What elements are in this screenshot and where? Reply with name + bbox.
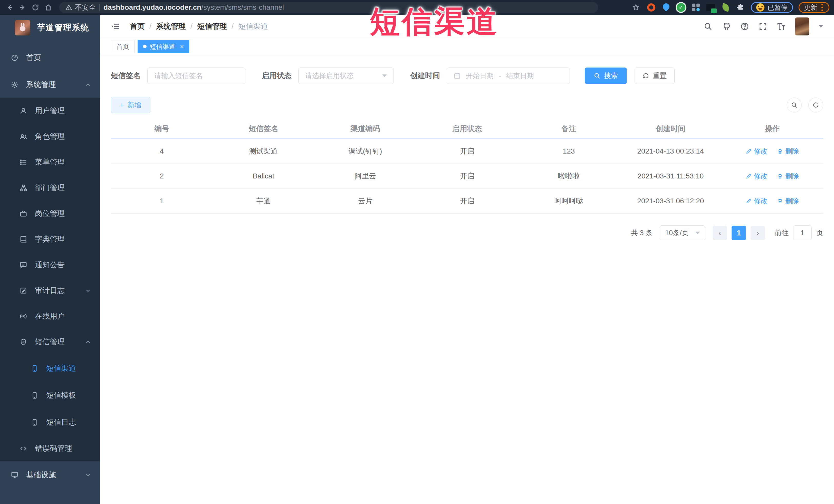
- toggle-search-button[interactable]: [787, 97, 802, 112]
- sign-input-wrap: [147, 67, 245, 84]
- url-path: /system/sms/sms-channel: [201, 3, 284, 11]
- address-bar[interactable]: 不安全 dashboard.yudao.iocoder.cn/system/sm…: [59, 2, 598, 13]
- breadcrumb-current: 短信渠道: [238, 21, 268, 31]
- sidebar-item-dict-mgmt[interactable]: 字典管理: [0, 226, 100, 252]
- font-size-icon[interactable]: [776, 22, 786, 31]
- search-icon[interactable]: [704, 22, 712, 31]
- sidebar-item-error-code-mgmt[interactable]: 错误码管理: [0, 436, 100, 461]
- sidebar-item-system-mgmt[interactable]: 系统管理: [0, 71, 100, 98]
- sidebar-item-sms-log[interactable]: 短信日志: [0, 409, 100, 436]
- refresh-button[interactable]: [808, 97, 823, 112]
- status-label: 启用状态: [262, 71, 292, 81]
- extension-grid-icon[interactable]: [691, 3, 701, 12]
- users-icon: [20, 133, 27, 140]
- browser-actions: ✓ 已暂停 更新: [631, 2, 829, 13]
- sidebar-item-notice[interactable]: 通知公告: [0, 252, 100, 278]
- filter-form: 短信签名 启用状态 请选择启用状态 创建时间 开始日期: [111, 67, 823, 84]
- sidebar-item-online-users[interactable]: 在线用户: [0, 304, 100, 329]
- sidebar-item-sms-template[interactable]: 短信模板: [0, 382, 100, 409]
- next-page-button[interactable]: ›: [751, 226, 765, 240]
- sidebar-item-home[interactable]: 首页: [0, 44, 100, 71]
- shield-icon: [20, 338, 27, 346]
- breadcrumb-home[interactable]: 首页: [130, 21, 145, 31]
- app-title: 芋道管理系统: [37, 22, 89, 34]
- home-icon[interactable]: [43, 2, 53, 13]
- caret-down-icon[interactable]: [818, 25, 823, 28]
- help-icon[interactable]: [740, 22, 749, 31]
- sidebar-item-user-mgmt[interactable]: 用户管理: [0, 98, 100, 124]
- prev-page-button[interactable]: ‹: [712, 226, 727, 240]
- extension-dark-icon[interactable]: [706, 3, 716, 12]
- avatar[interactable]: [795, 18, 809, 36]
- search-button[interactable]: 搜索: [585, 67, 627, 84]
- url-domain: dashboard.yudao.iocoder.cn: [104, 3, 201, 11]
- warning-icon: [65, 4, 72, 11]
- page-header: 首页 / 系统管理 / 短信管理 / 短信渠道: [100, 15, 834, 38]
- github-icon[interactable]: [722, 22, 731, 31]
- sign-label: 短信签名: [111, 71, 141, 81]
- goto-label: 前往: [775, 228, 789, 238]
- content: 短信签名 启用状态 请选择启用状态 创建时间 开始日期: [100, 55, 834, 240]
- phone-icon: [31, 365, 39, 372]
- table-toolbar: + 新增: [111, 97, 823, 113]
- sidebar-item-infrastructure[interactable]: 基础设施: [0, 461, 100, 488]
- edit-button[interactable]: 修改: [746, 196, 768, 206]
- browser-menu-icon[interactable]: [820, 4, 824, 11]
- tab-sms-channel[interactable]: 短信渠道 ×: [137, 40, 189, 53]
- date-range-picker[interactable]: 开始日期 - 结束日期: [447, 67, 570, 84]
- forward-icon[interactable]: [18, 2, 28, 13]
- url-text: dashboard.yudao.iocoder.cn/system/sms/sm…: [104, 3, 284, 12]
- page-number-1[interactable]: 1: [731, 226, 746, 240]
- reset-button[interactable]: 重置: [635, 67, 675, 84]
- edit-button[interactable]: 修改: [746, 172, 768, 181]
- delete-button[interactable]: 删除: [777, 196, 799, 206]
- back-icon[interactable]: [5, 2, 15, 13]
- sidebar-item-dept-mgmt[interactable]: 部门管理: [0, 175, 100, 201]
- delete-button[interactable]: 删除: [777, 172, 799, 181]
- app-logo-row[interactable]: 芋道管理系统: [0, 15, 100, 41]
- tab-home[interactable]: 首页: [111, 40, 134, 53]
- page-size-select[interactable]: 10条/页: [660, 225, 705, 240]
- extension-check-icon[interactable]: ✓: [676, 3, 686, 12]
- sidebar-item-sms-mgmt[interactable]: 短信管理: [0, 329, 100, 355]
- sidebar-item-role-mgmt[interactable]: 角色管理: [0, 124, 100, 149]
- fullscreen-icon[interactable]: [759, 22, 767, 31]
- sidebar-item-audit-log[interactable]: 审计日志: [0, 278, 100, 304]
- total-count: 共 3 条: [631, 228, 653, 238]
- sidebar-item-sms-channel[interactable]: 短信渠道: [0, 355, 100, 382]
- delete-button[interactable]: 删除: [777, 147, 799, 156]
- calendar-icon: [454, 72, 461, 79]
- close-icon[interactable]: ×: [180, 43, 184, 50]
- date-end-placeholder: 结束日期: [506, 71, 534, 80]
- goto-page-input[interactable]: [793, 225, 812, 240]
- profile-paused-chip[interactable]: 已暂停: [751, 2, 793, 13]
- app-logo: [15, 20, 30, 36]
- extension-leaf-icon[interactable]: [721, 3, 730, 12]
- sidebar-item-post-mgmt[interactable]: 岗位管理: [0, 201, 100, 226]
- table-row: 2 Ballcat 阿里云 开启 啦啦啦 2021-03-31 11:53:10…: [111, 164, 823, 189]
- header-actions: [704, 18, 823, 36]
- extension-orange-icon[interactable]: [646, 3, 656, 12]
- pagination: 共 3 条 10条/页 ‹ 1 › 前往 页: [111, 225, 823, 240]
- breadcrumb-system[interactable]: 系统管理: [156, 21, 186, 31]
- sign-input[interactable]: [154, 72, 239, 80]
- paused-label: 已暂停: [768, 3, 788, 12]
- reload-icon[interactable]: [30, 2, 41, 13]
- profile-emoji-icon: [756, 3, 764, 12]
- extension-pin-icon[interactable]: [661, 3, 671, 12]
- chevron-down-icon: [85, 287, 91, 294]
- edit-button[interactable]: 修改: [746, 147, 768, 156]
- breadcrumb-sms[interactable]: 短信管理: [197, 21, 227, 31]
- phone-icon: [31, 392, 39, 399]
- book-icon: [20, 236, 27, 243]
- sidebar-item-menu-mgmt[interactable]: 菜单管理: [0, 149, 100, 175]
- list-icon: [20, 158, 27, 166]
- update-chip[interactable]: 更新: [798, 2, 829, 13]
- collapse-sidebar-icon[interactable]: [111, 22, 120, 31]
- extensions-puzzle-icon[interactable]: [736, 3, 745, 12]
- status-select[interactable]: 请选择启用状态: [298, 67, 394, 84]
- bookmark-star-icon[interactable]: [631, 2, 641, 13]
- date-label: 创建时间: [410, 71, 440, 81]
- add-button[interactable]: + 新增: [111, 97, 150, 113]
- chevron-down-icon: [695, 232, 700, 234]
